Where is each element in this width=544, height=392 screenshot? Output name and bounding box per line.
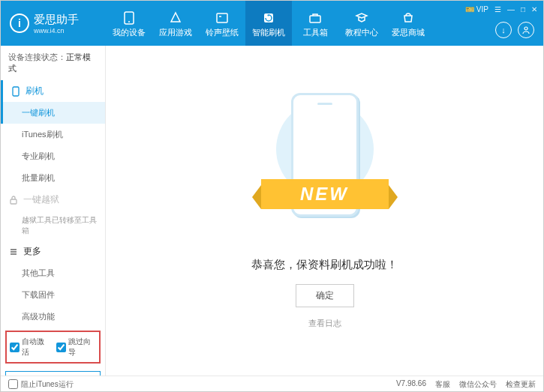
device-card[interactable]: iPhone 12 mini 64GB Down-12mini-13,1	[5, 371, 101, 376]
content-area: NEW 恭喜您，保资料刷机成功啦！ 确定 查看日志	[106, 46, 543, 376]
brand-url: www.i4.cn	[34, 27, 79, 34]
section-title: 更多	[23, 245, 41, 258]
flash-icon	[261, 11, 276, 25]
footer: 阻止iTunes运行 V7.98.66 客服 微信公众号 检查更新	[1, 376, 543, 392]
menu-icon[interactable]: ☰	[494, 5, 501, 13]
tab-ringtones[interactable]: 铃声壁纸	[199, 1, 245, 46]
checkbox-input[interactable]	[56, 343, 66, 352]
svg-rect-4	[310, 16, 320, 22]
checkbox-input[interactable]	[10, 343, 20, 352]
checkbox-block-itunes[interactable]: 阻止iTunes运行	[8, 379, 74, 390]
app-header: i 爱思助手 www.i4.cn 我的设备 应用游戏 铃声壁纸 智能刷机 工具箱…	[1, 1, 543, 46]
toolbox-icon	[308, 11, 323, 25]
checkbox-label: 阻止iTunes运行	[21, 379, 74, 390]
download-icon[interactable]: ↓	[495, 22, 512, 38]
tab-store[interactable]: 爱思商城	[385, 1, 431, 46]
success-message: 恭喜您，保资料刷机成功啦！	[251, 258, 398, 272]
tab-label: 智能刷机	[252, 27, 285, 38]
tab-tutorials[interactable]: 教程中心	[338, 1, 385, 46]
tab-label: 工具箱	[303, 27, 328, 38]
tab-label: 应用游戏	[159, 27, 192, 38]
main-area: 设备连接状态：正常模式 刷机 一键刷机 iTunes刷机 专业刷机 批量刷机 一…	[1, 46, 543, 376]
options-box: 自动激活 跳过向导	[5, 331, 101, 364]
apps-icon	[168, 11, 183, 25]
more-icon	[8, 247, 19, 257]
phone-icon	[122, 11, 137, 25]
checkbox-skip-setup[interactable]: 跳过向导	[56, 337, 97, 358]
store-icon	[401, 11, 416, 25]
minimize-icon[interactable]: —	[507, 5, 515, 13]
ok-button[interactable]: 确定	[296, 284, 354, 307]
support-link[interactable]: 客服	[435, 379, 450, 390]
section-flash[interactable]: 刷机	[1, 80, 105, 102]
section-jailbreak[interactable]: 一键越狱	[1, 189, 105, 211]
update-link[interactable]: 检查更新	[506, 379, 536, 390]
tab-apps-games[interactable]: 应用游戏	[152, 1, 199, 46]
user-icon[interactable]	[518, 22, 534, 38]
sidebar: 设备连接状态：正常模式 刷机 一键刷机 iTunes刷机 专业刷机 批量刷机 一…	[1, 46, 106, 376]
checkbox-input[interactable]	[8, 379, 18, 389]
version-text: V7.98.66	[396, 379, 426, 390]
section-title: 刷机	[26, 85, 44, 97]
tab-smart-flash[interactable]: 智能刷机	[245, 1, 292, 46]
titlebar-controls: 🎫 VIP ☰ — □ ✕	[465, 5, 537, 13]
tutorial-icon	[354, 11, 369, 25]
tab-my-device[interactable]: 我的设备	[106, 1, 152, 46]
wallpaper-icon	[215, 11, 230, 25]
nav-tabs: 我的设备 应用游戏 铃声壁纸 智能刷机 工具箱 教程中心 爱思商城	[106, 1, 431, 46]
section-title: 一键越狱	[23, 193, 59, 206]
lock-icon	[8, 195, 19, 205]
success-illustration: NEW	[269, 93, 381, 243]
svg-point-5	[524, 27, 527, 30]
svg-point-1	[128, 21, 130, 22]
tab-label: 铃声壁纸	[206, 27, 239, 38]
sidebar-item-oneclick-flash[interactable]: 一键刷机	[1, 102, 105, 124]
maximize-icon[interactable]: □	[521, 5, 525, 13]
svg-rect-7	[11, 199, 17, 204]
jailbreak-note: 越狱工具已转移至工具箱	[1, 211, 105, 241]
footer-right: V7.98.66 客服 微信公众号 检查更新	[396, 379, 536, 390]
close-icon[interactable]: ✕	[531, 5, 537, 13]
footer-left: 阻止iTunes运行	[8, 379, 74, 390]
phone-small-icon	[11, 86, 21, 97]
checkbox-label: 跳过向导	[68, 337, 97, 358]
logo-icon: i	[10, 13, 29, 33]
checkbox-label: 自动激活	[22, 337, 50, 358]
header-circle-buttons: ↓	[495, 22, 534, 38]
status-label: 设备连接状态：	[8, 52, 66, 61]
section-more[interactable]: 更多	[1, 241, 105, 262]
sidebar-item-itunes-flash[interactable]: iTunes刷机	[1, 124, 105, 145]
brand-name: 爱思助手	[34, 13, 79, 27]
tab-label: 爱思商城	[392, 27, 425, 38]
sidebar-item-other-tools[interactable]: 其他工具	[1, 262, 105, 284]
new-banner: NEW	[261, 179, 389, 209]
view-log-link[interactable]: 查看日志	[308, 318, 341, 329]
wechat-link[interactable]: 微信公众号	[459, 379, 497, 390]
connection-status: 设备连接状态：正常模式	[1, 46, 105, 80]
logo-area: i 爱思助手 www.i4.cn	[1, 13, 106, 34]
tab-label: 我的设备	[113, 27, 146, 38]
sidebar-item-download-fw[interactable]: 下载固件	[1, 284, 105, 306]
tab-label: 教程中心	[345, 27, 378, 38]
tab-toolbox[interactable]: 工具箱	[292, 1, 338, 46]
sidebar-item-pro-flash[interactable]: 专业刷机	[1, 145, 105, 167]
vip-badge[interactable]: 🎫 VIP	[465, 5, 488, 13]
sidebar-item-batch-flash[interactable]: 批量刷机	[1, 167, 105, 189]
sidebar-item-advanced[interactable]: 高级功能	[1, 306, 105, 328]
svg-rect-6	[13, 87, 19, 96]
svg-rect-2	[217, 13, 227, 22]
checkbox-auto-activate[interactable]: 自动激活	[10, 337, 50, 358]
